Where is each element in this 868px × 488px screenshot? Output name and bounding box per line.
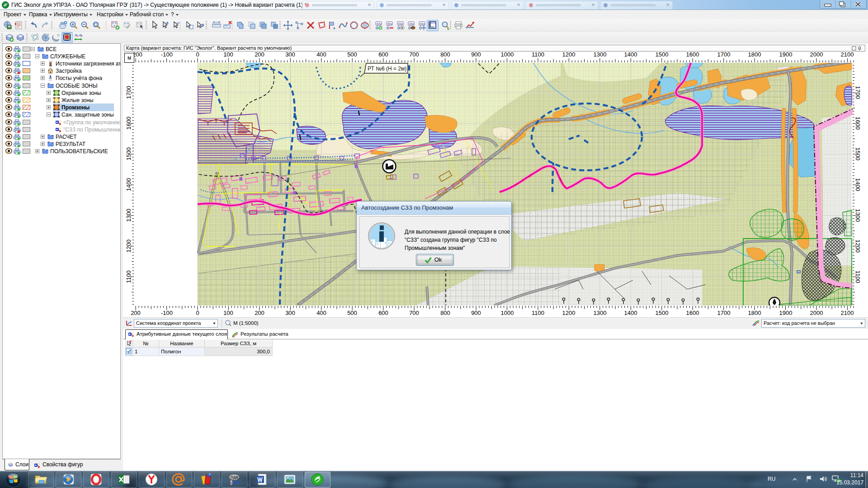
svg-text:бХс: бХс — [409, 23, 414, 25]
svg-text:P: P — [81, 35, 83, 38]
svg-text:бХс: бХс — [398, 23, 403, 25]
svg-text:P: P — [77, 35, 79, 38]
svg-text:РТ №6 (Н = 2м): РТ №6 (Н = 2м) — [368, 66, 406, 72]
svg-text:ПДВ: ПДВ — [231, 475, 238, 479]
svg-text:бХс: бХс — [420, 23, 425, 25]
svg-text:бХс: бХс — [387, 23, 392, 25]
svg-text:бХс: бХс — [377, 23, 381, 25]
